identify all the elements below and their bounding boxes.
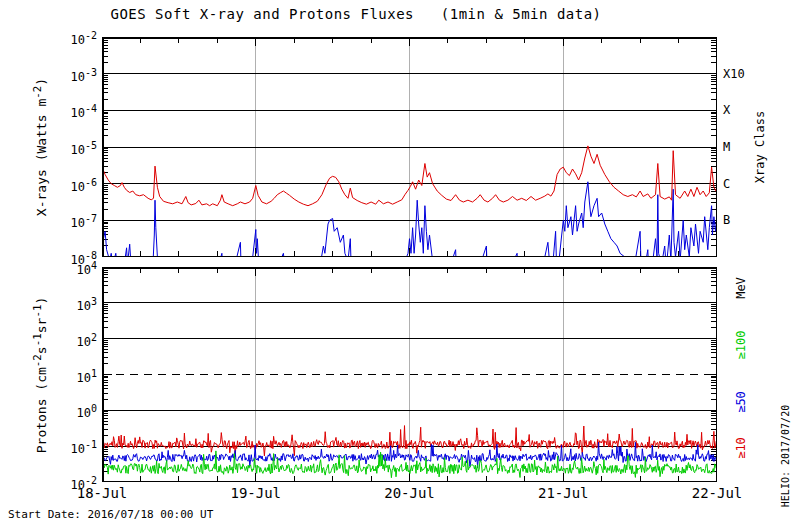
xtick-20-Jul: 20-Jul [384, 485, 435, 501]
class-label-X: X [723, 103, 730, 117]
helio-timestamp: HELIO: 2017/07/20 [780, 405, 791, 507]
ytick-protons-1e1: 101 [53, 366, 97, 386]
class-label-M: M [723, 140, 730, 154]
ytick-protons-1e-2: 10-2 [53, 473, 97, 493]
ytick-xray-1e-3: 10-3 [53, 65, 97, 85]
ytick-protons-1e-1: 10-1 [53, 437, 97, 457]
start-date-label: Start Date: 2016/07/18 00:00 UT [8, 508, 213, 521]
class-label-C: C [723, 177, 730, 191]
energy-label-0: MeV [734, 277, 748, 299]
xtick-21-Jul: 21-Jul [538, 485, 589, 501]
ytick-protons-1e3: 103 [53, 294, 97, 314]
ytick-xray-1e-7: 10-7 [53, 211, 97, 231]
energy-label-1: ≥100 [734, 331, 748, 360]
ytick-protons-1e0: 100 [53, 401, 97, 421]
proton-flux-panel [102, 267, 717, 482]
xray-grid [102, 37, 717, 257]
right-axis-title-xray: Xray Class [753, 111, 767, 183]
class-label-X10: X10 [723, 67, 745, 81]
ytick-xray-1e-6: 10-6 [53, 175, 97, 195]
ytick-xray-1e-8: 10-8 [53, 248, 97, 268]
ytick-xray-1e-4: 10-4 [53, 101, 97, 121]
xtick-19-Jul: 19-Jul [230, 485, 281, 501]
ytick-protons-1e2: 102 [53, 330, 97, 350]
protons-grid [102, 267, 717, 482]
class-label-B: B [723, 213, 730, 227]
ylabel-xray: X-rays (Watts m-2) [31, 78, 49, 216]
goes-flux-figure: GOES Soft X-ray and Protons Fluxes (1min… [0, 0, 800, 530]
energy-label-3: ≥10 [734, 437, 748, 459]
xtick-22-Jul: 22-Jul [692, 485, 743, 501]
xray-flux-panel [102, 37, 717, 257]
ytick-xray-1e-2: 10-2 [53, 28, 97, 48]
ytick-xray-1e-5: 10-5 [53, 138, 97, 158]
ytick-protons-1e4: 104 [53, 258, 97, 278]
xtick-18-Jul: 18-Jul [77, 485, 128, 501]
energy-label-2: ≥50 [734, 391, 748, 413]
chart-title: GOES Soft X-ray and Protons Fluxes (1min… [110, 6, 601, 22]
ylabel-protons: Protons (cm-2s-1sr-1) [31, 296, 49, 453]
